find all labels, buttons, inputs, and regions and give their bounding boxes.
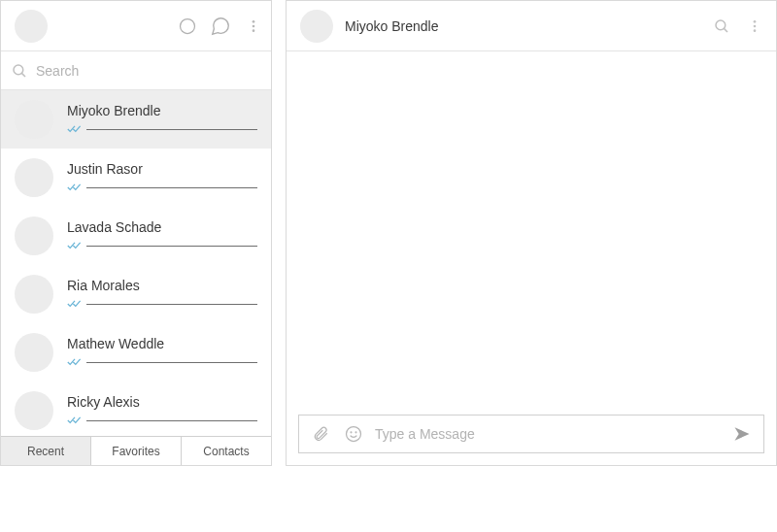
left-header <box>1 1 271 51</box>
chat-avatar <box>15 100 53 139</box>
chat-name: Mathew Weddle <box>67 336 257 351</box>
message-preview-line <box>86 304 257 305</box>
filter-tabs: Recent Favorites Contacts <box>1 436 271 465</box>
search-input[interactable] <box>36 63 261 79</box>
chat-avatar <box>15 216 53 255</box>
conversation-panel: Miyoko Brendle <box>286 0 777 466</box>
read-receipt-icon <box>67 297 83 312</box>
chat-name: Ricky Alexis <box>67 394 257 410</box>
tab-favorites[interactable]: Favorites <box>90 437 181 465</box>
read-receipt-icon <box>67 122 83 137</box>
compose-bar <box>298 415 764 453</box>
conversation-title: Miyoko Brendle <box>345 18 710 34</box>
chat-avatar <box>15 275 53 314</box>
svg-point-8 <box>754 20 757 23</box>
read-receipt-icon <box>67 181 83 195</box>
chat-item[interactable]: Justin Rasor <box>1 149 271 207</box>
chat-list[interactable]: Miyoko Brendle Justin Rasor Lavada Schad… <box>1 90 271 436</box>
read-receipt-icon <box>67 414 83 428</box>
svg-point-10 <box>754 29 757 32</box>
chat-item[interactable]: Mathew Weddle <box>1 323 271 382</box>
svg-point-12 <box>351 432 352 433</box>
svg-point-11 <box>347 427 361 442</box>
message-preview-line <box>86 187 257 188</box>
message-area[interactable] <box>287 51 776 403</box>
chat-avatar <box>15 391 53 430</box>
chat-item[interactable]: Ria Morales <box>1 265 271 323</box>
message-input[interactable] <box>375 426 721 442</box>
read-receipt-icon <box>67 355 83 370</box>
message-preview-line <box>86 246 257 247</box>
svg-point-4 <box>14 65 23 75</box>
svg-line-7 <box>724 28 727 32</box>
conversation-avatar[interactable] <box>300 10 333 43</box>
more-menu-icon[interactable] <box>242 15 265 38</box>
svg-point-2 <box>253 24 255 27</box>
chat-item[interactable]: Ricky Alexis <box>1 382 271 436</box>
tab-contacts[interactable]: Contacts <box>181 437 271 465</box>
conversation-header: Miyoko Brendle <box>287 1 776 51</box>
svg-point-3 <box>253 29 255 32</box>
circle-icon[interactable] <box>176 15 199 38</box>
svg-point-13 <box>355 432 356 433</box>
svg-point-0 <box>181 18 195 33</box>
chat-name: Justin Rasor <box>67 161 257 177</box>
svg-point-1 <box>253 20 255 23</box>
conversation-more-icon[interactable] <box>743 15 766 38</box>
send-icon[interactable] <box>730 422 754 446</box>
message-preview-line <box>86 129 257 130</box>
chat-avatar <box>15 333 53 372</box>
chat-name: Ria Morales <box>67 278 257 293</box>
svg-point-9 <box>754 24 757 27</box>
new-chat-icon[interactable] <box>209 15 232 38</box>
chat-avatar <box>15 158 53 197</box>
my-avatar[interactable] <box>15 10 48 43</box>
search-row <box>1 51 271 90</box>
svg-point-6 <box>716 20 726 30</box>
chat-name: Miyoko Brendle <box>67 103 257 118</box>
chat-item[interactable]: Miyoko Brendle <box>1 90 271 149</box>
message-preview-line <box>86 420 257 421</box>
emoji-icon[interactable] <box>342 422 365 446</box>
left-panel: Miyoko Brendle Justin Rasor Lavada Schad… <box>0 0 272 466</box>
attach-icon[interactable] <box>309 422 332 446</box>
svg-line-5 <box>21 73 25 77</box>
read-receipt-icon <box>67 239 83 253</box>
search-icon <box>11 62 28 80</box>
compose-area <box>287 403 776 465</box>
messaging-app: Miyoko Brendle Justin Rasor Lavada Schad… <box>0 0 777 466</box>
message-preview-line <box>86 362 257 363</box>
tab-recent[interactable]: Recent <box>1 437 90 465</box>
chat-item[interactable]: Lavada Schade <box>1 207 271 265</box>
chat-name: Lavada Schade <box>67 219 257 235</box>
search-in-chat-icon[interactable] <box>710 15 733 38</box>
